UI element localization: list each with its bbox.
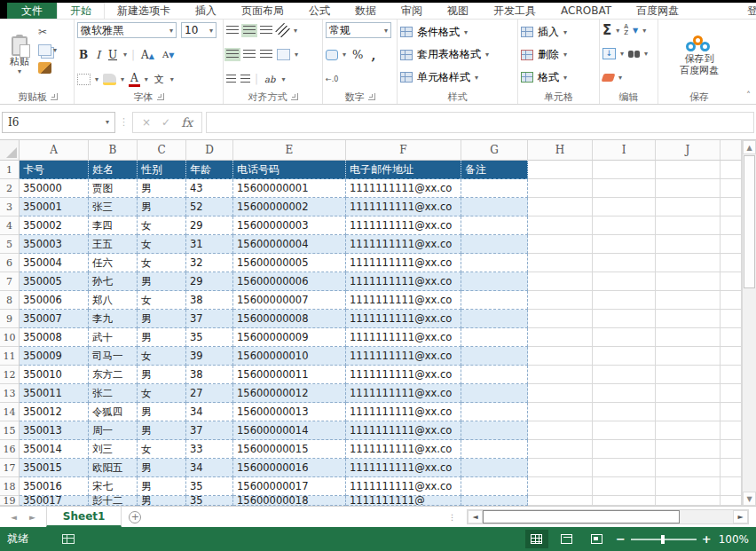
tab-file[interactable]: 文件 bbox=[7, 3, 57, 19]
conditional-formatting-button[interactable]: 条件格式▾ bbox=[400, 23, 515, 41]
cell-D11[interactable]: 39 bbox=[186, 347, 233, 366]
cell-D14[interactable]: 34 bbox=[186, 403, 233, 421]
cell-K19[interactable] bbox=[721, 496, 742, 506]
cell-I15[interactable] bbox=[593, 421, 656, 440]
cell-C6[interactable]: 女 bbox=[138, 254, 186, 272]
cell-J18[interactable] bbox=[656, 477, 721, 496]
cell-K17[interactable] bbox=[721, 459, 742, 477]
cell-I14[interactable] bbox=[593, 403, 656, 421]
cell-H14[interactable] bbox=[528, 403, 593, 421]
tab-formulas[interactable]: 公式 bbox=[296, 3, 343, 19]
cell-K4[interactable] bbox=[721, 216, 742, 235]
cell-E8[interactable]: 15600000007 bbox=[233, 291, 346, 310]
cell-G17[interactable] bbox=[461, 459, 528, 477]
comma-style-button[interactable]: , bbox=[369, 48, 377, 62]
cell-J7[interactable] bbox=[656, 272, 721, 291]
cell-F14[interactable]: 1111111111@xx.co bbox=[346, 403, 461, 421]
cell-G16[interactable] bbox=[461, 440, 528, 459]
cell-C16[interactable]: 女 bbox=[138, 440, 186, 459]
align-left-button[interactable] bbox=[226, 50, 239, 59]
number-dialog-launcher[interactable] bbox=[368, 93, 375, 100]
cell-D2[interactable]: 43 bbox=[186, 179, 233, 198]
cell-K5[interactable] bbox=[721, 235, 742, 254]
macro-record-icon[interactable] bbox=[62, 534, 75, 544]
copy-button[interactable]: ▾ bbox=[36, 43, 59, 57]
scroll-right-icon[interactable]: ► bbox=[733, 510, 748, 523]
cell-J15[interactable] bbox=[656, 421, 721, 440]
align-center-button[interactable] bbox=[243, 50, 256, 59]
row-header-2[interactable]: 2 bbox=[0, 179, 20, 198]
cell-B3[interactable]: 张三 bbox=[89, 198, 138, 216]
cell-I16[interactable] bbox=[593, 440, 656, 459]
cell-F17[interactable]: 1111111111@xx.co bbox=[346, 459, 461, 477]
clipboard-dialog-launcher[interactable] bbox=[51, 93, 58, 100]
row-header-18[interactable]: 18 bbox=[0, 477, 20, 496]
cell-C7[interactable]: 男 bbox=[138, 272, 186, 291]
cell-F8[interactable]: 1111111111@xx.co bbox=[346, 291, 461, 310]
cell-H16[interactable] bbox=[528, 440, 593, 459]
cell-J12[interactable] bbox=[656, 366, 721, 384]
cell-J6[interactable] bbox=[656, 254, 721, 272]
cell-I7[interactable] bbox=[593, 272, 656, 291]
row-header-5[interactable]: 5 bbox=[0, 235, 20, 254]
cell-C17[interactable]: 男 bbox=[138, 459, 186, 477]
cell-A2[interactable]: 350000 bbox=[20, 179, 89, 198]
cell-F1[interactable]: 电子邮件地址 bbox=[346, 161, 461, 179]
normal-view-button[interactable] bbox=[525, 530, 548, 548]
zoom-out-button[interactable]: − bbox=[616, 532, 626, 546]
cell-A10[interactable]: 350008 bbox=[20, 328, 89, 347]
underline-button[interactable]: U bbox=[106, 49, 119, 61]
row-header-9[interactable]: 9 bbox=[0, 310, 20, 328]
cell-A13[interactable]: 350011 bbox=[20, 384, 89, 403]
cell-G9[interactable] bbox=[461, 310, 528, 328]
column-header-G[interactable]: G bbox=[461, 140, 528, 161]
clear-button[interactable] bbox=[602, 74, 616, 82]
phonetic-button[interactable]: 文 bbox=[153, 73, 166, 86]
merge-center-button[interactable] bbox=[277, 49, 290, 60]
cell-I5[interactable] bbox=[593, 235, 656, 254]
cell-F7[interactable]: 1111111111@xx.co bbox=[346, 272, 461, 291]
cell-J13[interactable] bbox=[656, 384, 721, 403]
cell-G14[interactable] bbox=[461, 403, 528, 421]
cell-E10[interactable]: 15600000009 bbox=[233, 328, 346, 347]
cell-I10[interactable] bbox=[593, 328, 656, 347]
cell-D6[interactable]: 32 bbox=[186, 254, 233, 272]
cell-D18[interactable]: 35 bbox=[186, 477, 233, 496]
cell-B11[interactable]: 司马一 bbox=[89, 347, 138, 366]
cell-K2[interactable] bbox=[721, 179, 742, 198]
cell-G2[interactable] bbox=[461, 179, 528, 198]
cell-H6[interactable] bbox=[528, 254, 593, 272]
cell-H3[interactable] bbox=[528, 198, 593, 216]
cell-E5[interactable]: 15600000004 bbox=[233, 235, 346, 254]
cell-A8[interactable]: 350006 bbox=[20, 291, 89, 310]
cell-D13[interactable]: 27 bbox=[186, 384, 233, 403]
zoom-in-button[interactable]: + bbox=[702, 532, 712, 546]
cell-E16[interactable]: 15600000015 bbox=[233, 440, 346, 459]
cell-G13[interactable] bbox=[461, 384, 528, 403]
cell-A18[interactable]: 350016 bbox=[20, 477, 89, 496]
format-as-table-button[interactable]: 套用表格格式▾ bbox=[400, 46, 515, 64]
paste-button[interactable]: 粘贴 ▾ bbox=[4, 21, 35, 90]
cell-D10[interactable]: 35 bbox=[186, 328, 233, 347]
cell-D16[interactable]: 33 bbox=[186, 440, 233, 459]
cell-I13[interactable] bbox=[593, 384, 656, 403]
sign-in-button[interactable]: 登 bbox=[744, 3, 756, 19]
find-select-button[interactable] bbox=[628, 51, 640, 58]
cell-A11[interactable]: 350009 bbox=[20, 347, 89, 366]
tab-new-tab[interactable]: 新建选项卡 bbox=[105, 3, 183, 19]
tab-review[interactable]: 审阅 bbox=[389, 3, 435, 19]
cell-H15[interactable] bbox=[528, 421, 593, 440]
align-bottom-button[interactable] bbox=[260, 26, 272, 35]
cell-A9[interactable]: 350007 bbox=[20, 310, 89, 328]
cell-C1[interactable]: 性别 bbox=[138, 161, 186, 179]
cell-E7[interactable]: 15600000006 bbox=[233, 272, 346, 291]
font-dialog-launcher[interactable] bbox=[157, 93, 164, 100]
tab-page-layout[interactable]: 页面布局 bbox=[229, 3, 296, 19]
cell-J19[interactable] bbox=[656, 496, 721, 506]
cell-G18[interactable] bbox=[461, 477, 528, 496]
cell-H18[interactable] bbox=[528, 477, 593, 496]
cell-D1[interactable]: 年龄 bbox=[186, 161, 233, 179]
cell-K15[interactable] bbox=[721, 421, 742, 440]
scroll-left-icon[interactable]: ◄ bbox=[468, 510, 483, 523]
cell-J8[interactable] bbox=[656, 291, 721, 310]
